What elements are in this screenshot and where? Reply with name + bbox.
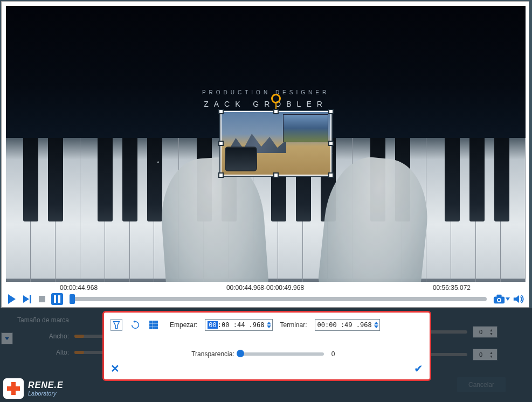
svg-rect-5 (153, 321, 155, 323)
snapshot-dropdown-icon[interactable] (506, 297, 510, 301)
resize-handle-tl[interactable] (218, 109, 224, 114)
resize-handle-bl[interactable] (218, 172, 224, 178)
resize-handle-tr[interactable] (328, 109, 334, 114)
watermark-time-panel: Empezar: 00 :00 :44 .968 Terminar: 00 :0… (102, 311, 431, 381)
end-label: Terminar: (280, 321, 307, 329)
video-editor-panel: PRODUCTION DESIGNER ZACK GROBLER (1, 1, 529, 308)
play-button[interactable] (6, 294, 18, 304)
popup-cancel-icon[interactable]: ✕ (110, 362, 120, 375)
right-value-1[interactable] (473, 328, 488, 336)
svg-rect-7 (150, 324, 152, 326)
width-label: Ancho: (4, 332, 69, 340)
end-hh: 00 (317, 321, 325, 329)
video-preview[interactable]: PRODUCTION DESIGNER ZACK GROBLER (6, 6, 526, 282)
svg-rect-11 (153, 327, 155, 329)
resize-handle-br[interactable] (328, 172, 334, 178)
brand-line1: RENE.E (28, 380, 64, 390)
svg-rect-4 (150, 321, 152, 323)
rotate-icon[interactable] (130, 320, 141, 330)
end-rest: :00 :49 .968 (325, 321, 372, 329)
popup-confirm-icon[interactable]: ✔ (414, 362, 423, 375)
start-rest: :00 :44 .968 (218, 321, 265, 329)
end-time-field[interactable]: 00 :00 :49 .968 (315, 319, 380, 331)
transparency-label: Transparencia: (191, 350, 234, 358)
volume-button[interactable] (513, 294, 524, 304)
marker-size-label: Tamaño de marca (4, 316, 69, 324)
credit-role: PRODUCTION DESIGNER (6, 89, 526, 95)
svg-rect-3 (496, 295, 501, 297)
svg-rect-8 (153, 324, 155, 326)
right-stepper-2[interactable]: ▲▼ (473, 349, 498, 361)
credit-name: ZACK GROBLER (6, 100, 526, 108)
unit-combo[interactable] (1, 332, 13, 344)
start-time-field[interactable]: 00 :00 :44 .968 (205, 319, 272, 331)
svg-rect-10 (150, 327, 152, 329)
transparency-slider[interactable] (238, 352, 324, 356)
brand-line2: Laboratory (28, 390, 64, 397)
watermark-overlay[interactable] (220, 111, 331, 176)
video-credit-text: PRODUCTION DESIGNER ZACK GROBLER (6, 89, 526, 108)
time-duration: 00:56:35.072 (433, 284, 471, 293)
brand-logo-icon (3, 378, 24, 399)
snapshot-button[interactable] (493, 294, 509, 304)
play-to-end-button[interactable] (21, 294, 33, 304)
resize-handle-ml[interactable] (218, 141, 224, 146)
right-stepper-1[interactable]: ▲▼ (473, 326, 498, 338)
start-spinner[interactable] (267, 322, 271, 328)
time-range: 00:00:44.968-00:00:49.968 (226, 284, 304, 292)
start-label: Empezar: (170, 321, 197, 329)
rotate-handle[interactable] (271, 94, 281, 103)
svg-rect-6 (156, 321, 158, 323)
svg-point-2 (498, 299, 501, 302)
glass-tool-icon[interactable] (110, 319, 122, 331)
cancel-button[interactable]: Cancelar (457, 377, 506, 392)
resize-handle-mr[interactable] (328, 141, 334, 146)
transparency-value: 0 (331, 350, 342, 358)
time-current: 00:00:44.968 (60, 284, 98, 293)
resize-handle-bm[interactable] (273, 172, 279, 178)
seek-track[interactable] (70, 297, 487, 301)
playback-controls (6, 293, 524, 306)
stop-button[interactable] (36, 294, 48, 304)
grid-icon[interactable] (148, 320, 159, 330)
end-spinner[interactable] (374, 322, 378, 328)
timeline-time-labels: 00:00:44.968 00:00:44.968-00:00:49.968 0… (6, 284, 524, 293)
svg-rect-12 (156, 327, 158, 329)
start-hh[interactable]: 00 (208, 321, 217, 329)
transparency-knob[interactable] (237, 350, 244, 357)
resize-handle-tm[interactable] (273, 109, 279, 114)
right-value-2[interactable] (473, 351, 488, 358)
seek-playhead[interactable] (70, 294, 75, 304)
brand-badge: RENE.E Laboratory (3, 378, 64, 399)
svg-rect-9 (156, 324, 158, 326)
range-marker-button[interactable] (51, 293, 63, 305)
height-label: Alto: (4, 349, 69, 356)
